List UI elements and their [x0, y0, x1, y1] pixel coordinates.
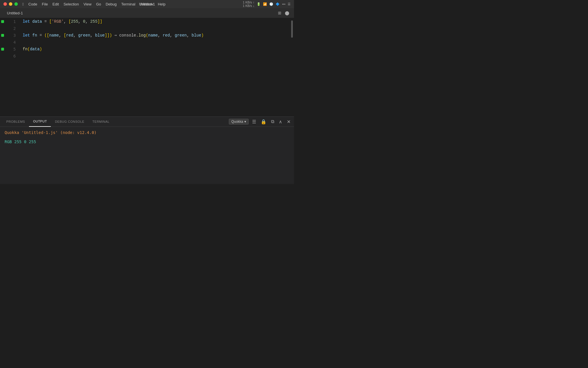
circle-icon[interactable]: ⬤ — [285, 11, 289, 15]
split-editor-icon[interactable]: ⊞ — [278, 11, 281, 15]
code-line-5: fn ( data ) — [23, 46, 285, 53]
token-paren-log-close: ) — [201, 32, 204, 39]
token-rgb: 'RGB' — [52, 18, 64, 25]
token-paren-close: ) — [110, 32, 112, 39]
panel-tabs-right: Quokka ▾ ☰ 🔒 ⧉ ∧ ✕ — [229, 118, 292, 125]
line-num-5: 5 — [7, 46, 16, 53]
token-log: .log — [136, 32, 146, 39]
menu-selection[interactable]: Selection — [63, 2, 79, 6]
code-line-4 — [23, 39, 285, 46]
token-name-2: name — [148, 32, 158, 39]
menu-code[interactable]: Code — [28, 2, 37, 6]
more-icon: ••• — [282, 2, 285, 6]
token-red-param: red — [66, 32, 73, 39]
line-num-6: 6 — [7, 53, 16, 60]
output-result-text: RGB 255 0 255 — [5, 139, 36, 144]
token-red-2: red — [163, 32, 170, 39]
token-name: name — [49, 32, 59, 39]
line-num-2: 2 — [7, 25, 16, 32]
token-comma-5: , — [74, 32, 78, 39]
menu-debug[interactable]: Debug — [106, 2, 117, 6]
token-call-open: ( — [28, 46, 30, 53]
tab-terminal[interactable]: TERMINAL — [88, 117, 114, 127]
finder-icon: 🔷 — [276, 2, 280, 6]
token-comma-8: , — [170, 32, 175, 39]
network-speed: 1 KB/s ↑1 KB/s ↓ — [243, 1, 254, 7]
traffic-lights — [3, 2, 18, 6]
lock-icon[interactable]: 🔒 — [260, 118, 268, 125]
dropdown-label: Quokka — [231, 120, 243, 124]
token-bracket-close-1: ]] — [98, 18, 102, 25]
editor-scrollbar[interactable] — [290, 18, 294, 116]
close-panel-icon[interactable]: ✕ — [286, 118, 292, 125]
collapse-panel-icon[interactable]: ∧ — [278, 118, 283, 125]
menu-terminal[interactable]: Terminal — [121, 2, 135, 6]
gutter-indicators — [0, 18, 5, 116]
menu-apple[interactable]:  — [22, 2, 24, 6]
code-line-1: let data = [ 'RGB' , [ 255 , 0 , 255 ]] — [23, 18, 285, 25]
token-bracket-1: [ — [49, 18, 51, 25]
token-call-close: ) — [40, 46, 42, 53]
wifi-icon: 📶 — [263, 2, 267, 6]
output-source-dropdown[interactable]: Quokka ▾ — [229, 119, 249, 124]
clock-icon: 🕐 — [269, 2, 273, 6]
editor-body: 1 2 3 4 5 6 let data = [ 'RGB' , [ 255 ,… — [0, 18, 294, 116]
menu-go[interactable]: Go — [96, 2, 101, 6]
title-bar:  Code File Edit Selection View Go Debug… — [0, 0, 294, 8]
line-numbers: 1 2 3 4 5 6 — [5, 18, 18, 116]
token-bracket-close-2: ]] — [105, 32, 110, 39]
battery-icon: 🔋 — [257, 2, 261, 6]
gutter-dot-1 — [0, 18, 5, 25]
token-fn-call: fn — [23, 46, 28, 53]
tab-debug-console[interactable]: DEBUG CONSOLE — [51, 117, 88, 127]
gutter-dot-6 — [0, 53, 5, 60]
token-bracket-3: [ — [47, 32, 49, 39]
line-num-4: 4 — [7, 39, 16, 46]
line-num-3: 3 — [7, 32, 16, 39]
window-title: Untitled-1 — [139, 2, 155, 6]
token-paren-open: ( — [45, 32, 47, 39]
token-green-2: green — [175, 32, 187, 39]
token-comma-6: , — [90, 32, 95, 39]
token-let-1: let — [23, 18, 32, 25]
token-comma-4: , — [59, 32, 64, 39]
menu-view[interactable]: View — [84, 2, 92, 6]
token-bracket-2: [ — [69, 18, 71, 25]
editor-header-right: ⊞ ⬤ — [278, 11, 289, 15]
menu-file[interactable]: File — [42, 2, 48, 6]
minimize-button[interactable] — [9, 2, 12, 6]
copy-icon[interactable]: ⧉ — [270, 118, 275, 125]
menu-edit[interactable]: Edit — [53, 2, 59, 6]
token-console: console — [119, 32, 136, 39]
menu-help[interactable]: Help — [158, 2, 166, 6]
title-bar-right: 1 KB/s ↑1 KB/s ↓ 🔋 📶 🕐 🔷 ••• ☰ — [243, 1, 291, 7]
maximize-button[interactable] — [14, 2, 18, 6]
token-eq-3: = — [37, 32, 44, 39]
gutter-dot-4 — [0, 39, 5, 46]
gutter-dot-3 — [0, 32, 5, 39]
panel-tabs-left: PROBLEMS OUTPUT DEBUG CONSOLE TERMINAL — [2, 117, 113, 127]
chevron-down-icon: ▾ — [244, 120, 246, 124]
scrollbar-thumb[interactable] — [291, 20, 293, 38]
code-content[interactable]: let data = [ 'RGB' , [ 255 , 0 , 255 ]] … — [18, 18, 290, 116]
token-eq-1: = — [42, 18, 49, 25]
code-line-2 — [23, 25, 285, 32]
close-button[interactable] — [3, 2, 7, 6]
token-comma-2: , — [78, 18, 83, 25]
output-quokka-header: Quokka 'Untitled-1.js' (node: v12.4.0) — [5, 130, 289, 135]
token-green-param: green — [78, 32, 90, 39]
tab-title: Untitled-1 — [7, 11, 23, 15]
editor-tab[interactable]: Untitled-1 — [5, 8, 25, 18]
token-paren-log-open: ( — [146, 32, 148, 39]
tab-problems[interactable]: PROBLEMS — [2, 117, 29, 127]
token-comma-3: , — [86, 18, 90, 25]
token-data: data — [32, 18, 42, 25]
token-255-1: 255 — [71, 18, 78, 25]
clear-output-icon[interactable]: ☰ — [251, 118, 257, 125]
line-num-1: 1 — [7, 18, 16, 25]
token-arrow: ⇒ — [112, 32, 119, 39]
editor-header: Untitled-1 ⊞ ⬤ — [0, 8, 294, 18]
token-comma-9: , — [187, 32, 192, 39]
panel: PROBLEMS OUTPUT DEBUG CONSOLE TERMINAL Q… — [0, 116, 294, 184]
tab-output[interactable]: OUTPUT — [29, 117, 51, 127]
